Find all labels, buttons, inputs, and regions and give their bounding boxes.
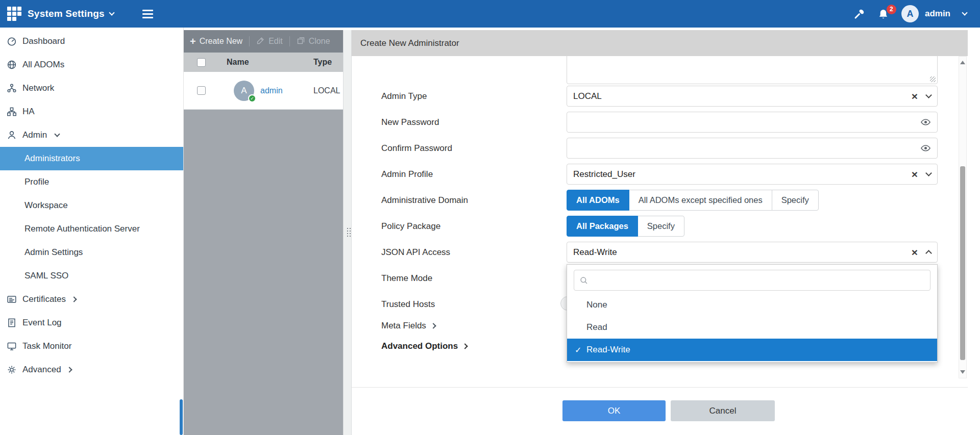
meta-fields-expander[interactable]: Meta Fields [381, 315, 435, 336]
sidebar-item-remote-auth-server[interactable]: Remote Authentication Server [0, 217, 183, 241]
scrollbar-thumb[interactable] [960, 166, 965, 360]
administrators-list-panel: + Create New Edit Clone Name Type A ✓ [184, 30, 343, 435]
globe-icon [6, 59, 17, 70]
json-api-dropdown-panel: None Read ✓ Read-Write [567, 264, 938, 363]
chevron-down-icon[interactable] [925, 92, 932, 98]
sidebar-item-admin[interactable]: Admin [0, 123, 183, 147]
package-specify-button[interactable]: Specify [638, 216, 684, 237]
column-header-type[interactable]: Type [303, 58, 332, 67]
sidebar-item-task-monitor[interactable]: Task Monitor [0, 335, 183, 358]
list-toolbar: + Create New Edit Clone [184, 30, 343, 53]
plus-icon: + [190, 36, 196, 46]
sidebar-scrollbar-thumb[interactable] [180, 399, 183, 435]
sidebar-item-advanced[interactable]: Advanced [0, 358, 183, 381]
sidebar-item-admin-settings[interactable]: Admin Settings [0, 241, 183, 264]
row-checkbox[interactable] [197, 86, 206, 95]
dropdown-search-wrap [574, 270, 930, 291]
adom-except-button[interactable]: All ADOMs except specified ones [629, 190, 772, 211]
admin-profile-row: Admin Profile Restricted_User × [352, 164, 968, 185]
policy-package-label: Policy Package [381, 216, 440, 237]
sidebar-item-workspace[interactable]: Workspace [0, 194, 183, 217]
sidebar-item-dashboard[interactable]: Dashboard [0, 30, 183, 53]
scroll-down-arrow[interactable] [960, 370, 965, 374]
adom-all-button[interactable]: All ADOMs [567, 190, 629, 211]
sidebar-item-all-adoms[interactable]: All ADOMs [0, 53, 183, 76]
sidebar-item-profile[interactable]: Profile [0, 170, 183, 194]
sidebar-item-certificates[interactable]: Certificates [0, 288, 183, 311]
policy-package-row: Policy Package All Packages Specify [352, 216, 968, 237]
wrench-icon[interactable] [853, 8, 865, 20]
dropdown-search-input[interactable] [593, 276, 925, 285]
app-logo-icon[interactable] [7, 7, 21, 21]
user-name[interactable]: admin [925, 9, 950, 19]
advanced-options-expander[interactable]: Advanced Options [381, 336, 467, 356]
notifications-bell-icon[interactable]: 2 [877, 8, 889, 20]
selected-check-icon: ✓ [575, 345, 581, 355]
certificates-icon [6, 294, 17, 305]
ok-button[interactable]: OK [562, 400, 666, 421]
sidebar-item-saml-sso[interactable]: SAML SSO [0, 264, 183, 288]
new-password-row: New Password [352, 112, 968, 133]
scroll-up-arrow[interactable] [960, 61, 965, 64]
create-new-button[interactable]: + Create New [190, 36, 242, 46]
package-all-button[interactable]: All Packages [567, 216, 638, 237]
table-row-admin[interactable]: A ✓ admin LOCAL [184, 72, 343, 110]
panel-resize-handle[interactable] [343, 30, 352, 435]
trusted-hosts-label: Trusted Hosts [381, 294, 435, 315]
sidebar-item-network[interactable]: Network [0, 76, 183, 100]
dropdown-option-read[interactable]: Read [567, 316, 937, 339]
search-icon [579, 276, 589, 285]
select-all-checkbox[interactable] [197, 58, 206, 67]
clone-button[interactable]: Clone [297, 36, 330, 47]
cancel-button[interactable]: Cancel [671, 400, 775, 421]
user-menu-caret-icon[interactable] [962, 10, 967, 15]
new-password-label: New Password [381, 112, 439, 133]
event-log-icon [6, 317, 17, 328]
dashboard-icon [6, 36, 17, 47]
app-switcher-caret-icon[interactable] [109, 10, 114, 15]
administrative-domain-label: Administrative Domain [381, 190, 468, 211]
policy-package-segmented-control: All Packages Specify [567, 216, 684, 237]
row-admin-name[interactable]: admin [260, 86, 283, 95]
new-password-input[interactable] [573, 112, 920, 132]
toolbar-divider [289, 36, 290, 46]
dialog-title: Create New Administrator [352, 30, 968, 56]
sidebar-item-event-log[interactable]: Event Log [0, 311, 183, 335]
chevron-down-icon[interactable] [925, 170, 932, 176]
dropdown-option-none[interactable]: None [567, 294, 937, 316]
clear-icon[interactable]: × [912, 169, 918, 180]
sidebar-toggle-button[interactable] [142, 10, 153, 18]
comments-textarea-partial[interactable] [567, 56, 938, 84]
json-api-access-value: Read-Write [573, 247, 912, 258]
administrative-domain-row: Administrative Domain All ADOMs All ADOM… [352, 190, 968, 211]
json-api-access-select[interactable]: Read-Write × [567, 242, 938, 263]
topbar: System Settings 2 A admin [0, 0, 980, 28]
eye-icon[interactable] [920, 143, 931, 153]
confirm-password-field-wrap [567, 138, 938, 159]
clear-icon[interactable]: × [912, 91, 918, 101]
row-admin-type: LOCAL [303, 86, 340, 95]
admin-type-select[interactable]: LOCAL × [567, 86, 938, 107]
user-avatar[interactable]: A [901, 5, 919, 22]
app-title[interactable]: System Settings [28, 8, 105, 19]
screen: System Settings 2 A admin Dashboard All … [0, 0, 980, 435]
adom-specify-button[interactable]: Specify [772, 190, 819, 211]
sidebar-item-administrators[interactable]: Administrators [0, 147, 183, 170]
chevron-right-icon [462, 343, 468, 349]
ha-icon [6, 106, 17, 117]
eye-icon[interactable] [920, 117, 931, 127]
resize-grip-icon[interactable] [930, 76, 936, 82]
footer-divider [352, 387, 968, 388]
notification-count-badge[interactable]: 2 [887, 5, 896, 14]
sidebar-item-ha[interactable]: HA [0, 100, 183, 123]
adom-segmented-control: All ADOMs All ADOMs except specified one… [567, 190, 819, 211]
sidebar: Dashboard All ADOMs Network HA Admin Adm… [0, 28, 184, 435]
chevron-up-icon[interactable] [925, 250, 932, 257]
confirm-password-input[interactable] [573, 138, 920, 158]
admin-type-value: LOCAL [573, 91, 912, 101]
clear-icon[interactable]: × [912, 247, 918, 258]
column-header-name[interactable]: Name [216, 58, 303, 67]
admin-profile-select[interactable]: Restricted_User × [567, 164, 938, 185]
dropdown-option-read-write[interactable]: ✓ Read-Write [567, 339, 937, 361]
edit-button[interactable]: Edit [256, 36, 283, 47]
